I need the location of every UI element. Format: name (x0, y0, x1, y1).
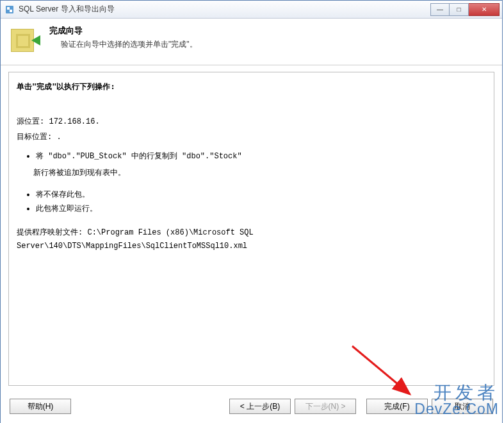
wizard-complete-icon (10, 25, 40, 56)
next-button[interactable]: 下一步(N) > (295, 399, 356, 414)
actions-list-2: 将不保存此包。 此包将立即运行。 (17, 188, 486, 215)
help-button[interactable]: 帮助(H) (10, 399, 71, 414)
titlebar[interactable]: SQL Server 导入和导出向导 — □ ✕ (1, 1, 502, 19)
summary-panel: 单击"完成"以执行下列操作: 源位置: 172.168.16. 目标位置: . … (8, 72, 494, 386)
wizard-window: SQL Server 导入和导出向导 — □ ✕ 完成向导 验证在向导中选择的选… (0, 0, 503, 423)
close-button[interactable]: ✕ (469, 3, 500, 16)
mapping-file: 提供程序映射文件: C:\Program Files (x86)\Microso… (17, 226, 486, 253)
window-controls: — □ ✕ (430, 3, 500, 16)
copy-note: 新行将被追加到现有表中。 (17, 166, 486, 179)
source-location: 源位置: 172.168.16. (17, 115, 486, 128)
summary-heading: 单击"完成"以执行下列操作: (17, 80, 486, 93)
wizard-header: 完成向导 验证在向导中选择的选项并单击"完成"。 (1, 19, 502, 65)
list-item: 此包将立即运行。 (36, 202, 486, 215)
list-item: 将 "dbo"."PUB_Stock" 中的行复制到 "dbo"."Stock" (36, 149, 486, 163)
back-button[interactable]: < 上一步(B) (229, 399, 291, 414)
finish-button[interactable]: 完成(F) (366, 399, 428, 414)
wizard-button-bar: 帮助(H) < 上一步(B) 下一步(N) > 完成(F) 取消 (1, 392, 502, 423)
maximize-button[interactable]: □ (450, 3, 469, 16)
list-item: 将不保存此包。 (36, 188, 486, 201)
wizard-step-subtitle: 验证在向导中选择的选项并单击"完成"。 (49, 39, 197, 50)
target-location: 目标位置: . (17, 130, 486, 143)
svg-rect-1 (7, 7, 10, 10)
window-title: SQL Server 导入和导出向导 (19, 4, 430, 15)
app-icon (4, 4, 15, 15)
wizard-step-title: 完成向导 (49, 25, 197, 37)
minimize-button[interactable]: — (430, 3, 450, 16)
svg-rect-2 (10, 10, 12, 12)
actions-list-1: 将 "dbo"."PUB_Stock" 中的行复制到 "dbo"."Stock" (17, 149, 486, 163)
cancel-button[interactable]: 取消 (432, 399, 493, 414)
